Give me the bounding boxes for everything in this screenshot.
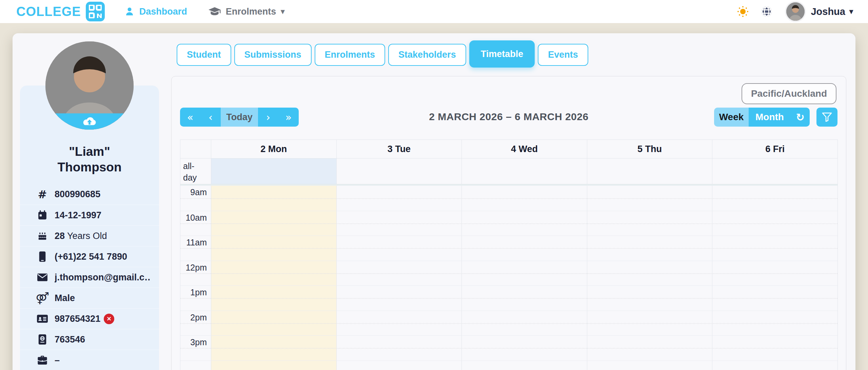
time-slot-cell[interactable]: [461, 361, 587, 370]
time-slot-cell[interactable]: [587, 311, 712, 336]
day-header-row: 2 Mon3 Tue4 Wed5 Thu6 Fri: [180, 140, 837, 158]
time-slot-cell[interactable]: [336, 211, 462, 236]
detail-value: 763546: [55, 334, 85, 345]
time-slot-cell[interactable]: [712, 236, 837, 261]
time-slot-cell[interactable]: [461, 186, 587, 211]
tab-enrolments[interactable]: Enrolments: [315, 44, 386, 66]
user-avatar[interactable]: [786, 2, 805, 21]
all-day-cell[interactable]: [336, 159, 462, 184]
time-slot-cell[interactable]: [587, 261, 712, 286]
detail-value: j.thompson@gmail.c…: [55, 272, 151, 283]
graduation-cap-icon: [208, 6, 221, 17]
id-card-icon: [36, 315, 49, 323]
time-slot-cell[interactable]: [211, 286, 336, 311]
time-slot-cell[interactable]: [712, 261, 837, 286]
hour-row: 1pm: [180, 285, 837, 311]
tab-events[interactable]: Events: [538, 44, 588, 66]
nav-link-label: Dashboard: [139, 6, 187, 17]
time-slot-cell[interactable]: [712, 361, 837, 370]
time-slot-cell[interactable]: [211, 186, 336, 211]
day-header[interactable]: 4 Wed: [461, 140, 587, 158]
avatar-upload-band[interactable]: [45, 113, 134, 130]
time-slot-cell[interactable]: [587, 286, 712, 311]
day-header[interactable]: 2 Mon: [211, 140, 336, 158]
chevron-down-icon: ▾: [281, 8, 284, 15]
time-slot-cell[interactable]: [712, 311, 837, 336]
month-view-button[interactable]: Month: [749, 108, 791, 127]
all-day-cell[interactable]: [712, 159, 837, 184]
detail-value: –: [55, 355, 60, 366]
detail-value: 987654321: [55, 314, 100, 324]
time-slot-cell[interactable]: [211, 336, 336, 360]
time-slot-cell[interactable]: [712, 336, 837, 360]
filter-button[interactable]: [816, 108, 837, 127]
refresh-button[interactable]: ↻: [791, 108, 810, 127]
sun-icon: [737, 5, 749, 18]
time-slot-cell[interactable]: [336, 311, 462, 336]
calendar-toolbar: « ‹ Today › » 2 MARCH 2026 – 6 MARCH 202…: [180, 108, 837, 127]
time-slot-cell[interactable]: [587, 211, 712, 236]
time-slot-cell[interactable]: [211, 236, 336, 261]
all-day-cell[interactable]: [461, 159, 587, 184]
brand-logo[interactable]: COLLEGE: [16, 2, 105, 21]
time-slot-cell[interactable]: [461, 261, 587, 286]
tab-submissions[interactable]: Submissions: [234, 44, 312, 66]
gender-icon: ⚤: [36, 292, 49, 304]
time-slot-cell[interactable]: [461, 311, 587, 336]
invalid-badge[interactable]: ✕: [104, 314, 114, 324]
time-slot-cell[interactable]: [336, 336, 462, 360]
time-slot-cell[interactable]: [336, 286, 462, 311]
tab-stakeholders[interactable]: Stakeholders: [388, 44, 466, 66]
time-label: 12pm: [185, 263, 207, 273]
nav-link-label: Enrolments: [226, 6, 276, 17]
main-card: "Liam" Thompson #80099068514-12-199728 Y…: [13, 33, 855, 370]
tab-student[interactable]: Student: [177, 44, 231, 66]
detail-row: #800990685: [20, 184, 159, 205]
student-detail-list: #80099068514-12-199728 Years Old(+61)22 …: [20, 184, 159, 370]
qr-logo-icon: [86, 2, 105, 21]
time-slot-cell[interactable]: [712, 286, 837, 311]
detail-row: (+61)22 541 7890: [20, 246, 159, 267]
hash-icon: #: [36, 188, 49, 201]
time-slot-cell[interactable]: [461, 236, 587, 261]
week-grid: 2 Mon3 Tue4 Wed5 Thu6 Friall-day9am10am1…: [180, 140, 838, 370]
time-slot-cell[interactable]: [336, 186, 462, 211]
theme-sun-button[interactable]: [737, 5, 749, 18]
week-view-button[interactable]: Week: [714, 108, 749, 127]
day-header[interactable]: 3 Tue: [336, 140, 462, 158]
tab-timetable[interactable]: Timetable: [469, 40, 535, 68]
time-slot-cell[interactable]: [336, 261, 462, 286]
hour-row: [180, 360, 837, 370]
time-slot-cell[interactable]: [461, 286, 587, 311]
time-slot-cell[interactable]: [712, 211, 837, 236]
time-slot-cell[interactable]: [587, 236, 712, 261]
time-slot-cell[interactable]: [461, 211, 587, 236]
time-slot-cell[interactable]: [211, 361, 336, 370]
time-slot-cell[interactable]: [336, 361, 462, 370]
tab-bar: StudentSubmissionsEnrolmentsStakeholders…: [177, 44, 588, 68]
time-slot-cell[interactable]: [211, 211, 336, 236]
time-slot-cell[interactable]: [587, 361, 712, 370]
passport-icon: [36, 334, 49, 345]
day-header[interactable]: 5 Thu: [587, 140, 712, 158]
all-day-cell[interactable]: [211, 159, 336, 184]
envelope-icon: [36, 273, 49, 281]
all-day-cell[interactable]: [587, 159, 712, 184]
time-label: 9am: [190, 187, 207, 197]
user-menu[interactable]: Joshua ▾: [811, 6, 853, 17]
time-slot-cell[interactable]: [336, 236, 462, 261]
time-slot-cell[interactable]: [461, 336, 587, 360]
nav-link-enrolments[interactable]: Enrolments ▾: [208, 6, 285, 17]
language-globe-button[interactable]: [761, 5, 773, 18]
time-slot-cell[interactable]: [587, 336, 712, 360]
timezone-button[interactable]: Pacific/Auckland: [742, 83, 836, 104]
time-slot-cell[interactable]: [211, 261, 336, 286]
time-slot-cell[interactable]: [587, 186, 712, 211]
nav-link-dashboard[interactable]: Dashboard: [124, 6, 187, 17]
hour-row: 10am: [180, 211, 837, 236]
time-slot-cell[interactable]: [211, 311, 336, 336]
filter-funnel-icon: [822, 112, 832, 122]
time-slot-cell[interactable]: [712, 186, 837, 211]
student-avatar[interactable]: [45, 41, 134, 130]
day-header[interactable]: 6 Fri: [712, 140, 837, 158]
